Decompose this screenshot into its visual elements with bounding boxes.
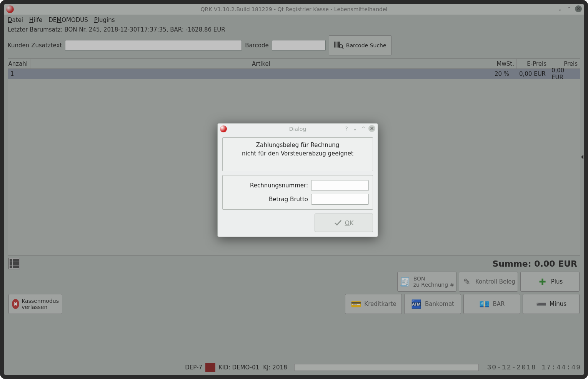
bankomat-button[interactable]: 🏧 Bankomat — [404, 294, 461, 314]
status-kj: KJ: 2018 — [263, 364, 287, 371]
dialog-help-button[interactable]: ? — [343, 125, 350, 132]
betrag-brutto-label: Betrag Brutto — [269, 196, 308, 203]
menu-datei[interactable]: Datei — [8, 17, 23, 23]
dialog-min-button[interactable]: ⌄ — [351, 125, 358, 132]
status-bar: DEP-7 KID: DEMO-01 KJ: 2018 30-12-2018 1… — [7, 362, 581, 373]
kunden-label: Kunden Zusatztext — [8, 42, 62, 49]
cell-anzahl: 1 — [8, 70, 30, 77]
status-date: 30-12-2018 — [487, 364, 536, 371]
barcode-search-button[interactable]: Barcode Suche — [329, 35, 391, 55]
cash-icon: 💶 — [479, 299, 490, 309]
menu-plugins[interactable]: Plugins — [94, 17, 115, 23]
minus-icon: ➖ — [536, 299, 546, 309]
menu-bar: Datei Hilfe DEMOMODUS Plugins — [4, 15, 584, 25]
rechnungsnummer-input[interactable] — [311, 180, 369, 191]
cell-epreis: 0,00 EUR — [517, 70, 549, 77]
col-mwst[interactable]: MwSt. — [492, 59, 517, 68]
window-titlebar: QRK V1.10.2.Build 181229 - Qt Registrier… — [4, 4, 584, 15]
pencil-icon: ✎ — [461, 276, 472, 287]
dialog-ok-button[interactable]: OK — [315, 214, 373, 232]
barcode-label: Barcode — [245, 42, 269, 49]
minimize-button[interactable]: ⌄ — [556, 5, 563, 12]
dialog-icon — [220, 125, 227, 132]
barcode-input[interactable] — [272, 40, 326, 51]
progress-bar — [294, 364, 479, 371]
svg-line-6 — [342, 47, 343, 48]
numpad-button[interactable] — [8, 258, 20, 269]
dialog-line2: nicht für den Vorsteuerabzug geeignet — [227, 150, 369, 157]
exit-kassenmodus-button[interactable]: ✖ Kassenmodusverlassen — [8, 294, 62, 314]
app-icon — [6, 5, 14, 13]
dialog-info-box: Zahlungsbeleg für Rechnung nicht für den… — [222, 137, 373, 171]
status-indicator — [205, 363, 215, 372]
plus-button[interactable]: ✚ Plus — [520, 272, 580, 292]
kontroll-beleg-button[interactable]: ✎ Kontroll Beleg — [459, 272, 518, 292]
menu-hilfe[interactable]: Hilfe — [29, 17, 42, 23]
cell-mwst: 20 % — [492, 70, 517, 77]
window-title: QRK V1.10.2.Build 181229 - Qt Registrier… — [4, 6, 584, 12]
status-dep: DEP-7 — [185, 364, 202, 371]
receipt-icon: 🧾 — [400, 276, 410, 287]
cell-preis: 0,00 EUR — [549, 67, 580, 81]
dialog-close-button[interactable]: ✕ — [368, 125, 375, 132]
rechnungsnummer-label: Rechnungsnummer: — [250, 182, 308, 189]
bar-button[interactable]: 💶 BAR — [463, 294, 520, 314]
dialog-max-button[interactable]: ⌃ — [360, 125, 367, 132]
svg-marker-7 — [581, 155, 583, 159]
maximize-button[interactable]: ⌃ — [566, 5, 573, 12]
last-transaction-info: Letzter Barumsatz: BON Nr. 245, 2018-12-… — [4, 25, 584, 34]
table-row[interactable]: 1 20 % 0,00 EUR 0,00 EUR — [8, 69, 580, 79]
plus-icon: ✚ — [537, 276, 548, 287]
kreditkarte-button[interactable]: 💳 Kreditkarte — [345, 294, 402, 314]
atm-icon: 🏧 — [411, 299, 422, 309]
splitter-handle[interactable] — [581, 152, 584, 162]
close-button[interactable]: ✕ — [575, 5, 582, 12]
col-epreis[interactable]: E-Preis — [517, 59, 549, 68]
exit-icon: ✖ — [12, 299, 19, 309]
betrag-brutto-input[interactable] — [311, 194, 369, 205]
dialog-line1: Zahlungsbeleg für Rechnung — [227, 142, 369, 149]
minus-button[interactable]: ➖ Minus — [523, 294, 580, 314]
sum-label: Summe: 0.00 EUR — [492, 259, 577, 269]
creditcard-icon: 💳 — [350, 299, 361, 309]
payment-dialog: Dialog ? ⌄ ⌃ ✕ Zahlungsbeleg für Rechnun… — [217, 123, 378, 237]
barcode-search-label: arcode Suche — [350, 42, 386, 48]
kunden-zusatztext-input[interactable] — [65, 40, 242, 51]
bon-zu-rechnung-button[interactable]: 🧾 BONzu Rechnung # — [397, 272, 456, 292]
status-kid: KID: DEMO-01 — [218, 364, 259, 371]
menu-demomodus[interactable]: DEMOMODUS — [48, 17, 88, 23]
col-artikel[interactable]: Artikel — [30, 59, 492, 68]
check-icon — [334, 219, 342, 227]
status-time: 17:44:49 — [542, 364, 581, 371]
col-anzahl[interactable]: Anzahl — [8, 59, 30, 68]
barcode-icon — [334, 40, 344, 50]
